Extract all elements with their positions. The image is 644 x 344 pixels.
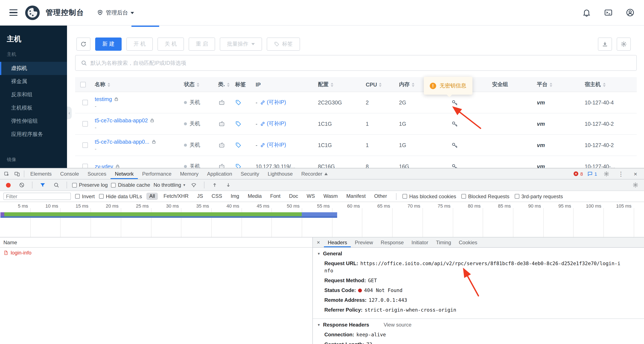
sidebar-item-1[interactable]: 虚拟机 xyxy=(0,62,67,75)
devtools-tab-memory[interactable]: Memory xyxy=(176,168,203,179)
column-header-3[interactable]: 类. xyxy=(214,77,231,92)
attach-ip-icon[interactable] xyxy=(260,142,266,148)
key-info-icon[interactable] xyxy=(451,141,459,149)
vm-name-link[interactable]: testimg xyxy=(95,96,112,102)
detail-tab-cookies[interactable]: Cookies xyxy=(455,237,481,247)
tag-icon[interactable] xyxy=(235,142,242,148)
devtools-tab-sources[interactable]: Sources xyxy=(83,168,110,179)
menu-icon[interactable] xyxy=(10,9,18,16)
3rd-party-requests-checkbox[interactable]: 3rd-party requests xyxy=(514,193,563,199)
record-button[interactable] xyxy=(6,183,11,187)
column-header-1[interactable]: 名称 xyxy=(90,77,180,92)
column-header-6[interactable]: 配置 xyxy=(314,77,362,92)
vm-name-link[interactable]: zy-vdev xyxy=(95,164,113,168)
detail-tab-timing[interactable]: Timing xyxy=(432,237,455,247)
devtools-tab-lighthouse[interactable]: Lighthouse xyxy=(263,168,297,179)
column-settings-button[interactable] xyxy=(617,37,631,51)
sort-icon[interactable] xyxy=(379,82,382,87)
sort-icon[interactable] xyxy=(331,82,333,87)
refresh-button[interactable] xyxy=(76,37,90,51)
filter-pill-other[interactable]: Other xyxy=(371,193,390,200)
search-input[interactable] xyxy=(90,60,631,66)
notifications-button[interactable] xyxy=(582,8,591,17)
invert-checkbox[interactable]: Invert xyxy=(75,193,95,199)
blocked-requests-checkbox[interactable]: Blocked Requests xyxy=(461,193,509,199)
key-info-icon[interactable] xyxy=(451,99,459,106)
select-all-checkbox[interactable] xyxy=(80,82,86,87)
sidebar-item-4[interactable]: 主机模板 xyxy=(0,101,67,115)
row-checkbox[interactable] xyxy=(82,142,88,148)
tag-icon[interactable] xyxy=(235,99,242,106)
sort-icon[interactable] xyxy=(412,82,414,87)
filter-input[interactable] xyxy=(4,193,71,200)
console-messages-badge[interactable]: 1 xyxy=(587,171,597,176)
import-har-icon[interactable] xyxy=(210,180,220,190)
devtools-tab-network[interactable]: Network xyxy=(110,168,138,179)
sidebar-item-6[interactable]: 应用程序服务 xyxy=(0,128,67,141)
network-conditions-icon[interactable] xyxy=(189,180,199,190)
device-toolbar-icon[interactable] xyxy=(12,169,22,179)
attach-ip-icon[interactable] xyxy=(260,100,266,105)
tag-icon[interactable] xyxy=(235,163,242,168)
sort-icon[interactable] xyxy=(227,82,230,87)
throttling-select[interactable]: No throttling ▾ xyxy=(154,182,185,188)
devtools-tab-recorder[interactable]: Recorder xyxy=(297,168,333,179)
column-header-7[interactable]: CPU xyxy=(362,77,395,92)
key-info-icon[interactable] xyxy=(451,163,459,168)
export-har-icon[interactable] xyxy=(223,180,234,190)
filter-pill-fetch-xhr[interactable]: Fetch/XHR xyxy=(160,193,192,200)
detail-tab-headers[interactable]: Headers xyxy=(324,237,351,247)
response-headers-section-header[interactable]: ▼ Response Headers View source xyxy=(313,319,644,330)
devtools-settings-icon[interactable] xyxy=(601,169,612,179)
search-network-icon[interactable] xyxy=(51,180,62,190)
sidebar-item-3[interactable]: 反亲和组 xyxy=(0,88,67,101)
sidebar-section-hosts[interactable]: 主机 xyxy=(0,45,67,62)
batch-actions-button[interactable]: 批量操作 xyxy=(220,37,262,51)
filter-pill-media[interactable]: Media xyxy=(245,193,264,200)
filter-pill-ws[interactable]: WS xyxy=(304,193,318,200)
sort-icon[interactable] xyxy=(108,82,110,87)
vm-name-link[interactable]: t5-ce7c-alibaba-app02 xyxy=(95,117,148,123)
filter-icon[interactable] xyxy=(38,180,48,190)
detail-tab-response[interactable]: Response xyxy=(377,237,408,247)
filter-pill-wasm[interactable]: Wasm xyxy=(320,193,341,200)
vm-name-link[interactable]: t5-ce7c-alibaba-app0... xyxy=(95,139,149,145)
attach-ip-link[interactable]: (可补IP) xyxy=(267,120,286,128)
power-on-button[interactable]: 开 机 xyxy=(126,37,153,51)
preserve-log-checkbox[interactable]: Preserve log xyxy=(72,182,108,188)
has-blocked-cookies-checkbox[interactable]: Has blocked cookies xyxy=(402,193,456,199)
terminal-button[interactable] xyxy=(604,8,613,17)
filter-pill-css[interactable]: CSS xyxy=(209,193,225,200)
request-row[interactable]: login-info xyxy=(0,248,312,257)
power-off-button[interactable]: 关 机 xyxy=(158,37,184,51)
tag-icon[interactable] xyxy=(235,121,242,127)
row-checkbox[interactable] xyxy=(82,121,88,127)
export-button[interactable] xyxy=(598,37,612,51)
devtools-tab-performance[interactable]: Performance xyxy=(138,168,176,179)
column-header-4[interactable]: 标签 xyxy=(231,77,251,92)
filter-pill-font[interactable]: Font xyxy=(267,193,284,200)
account-button[interactable] xyxy=(626,8,634,17)
row-checkbox[interactable] xyxy=(82,100,88,105)
filter-pill-all[interactable]: All xyxy=(146,193,158,200)
attach-ip-icon[interactable] xyxy=(260,121,266,127)
filter-pill-manifest[interactable]: Manifest xyxy=(343,193,369,200)
detail-tab-preview[interactable]: Preview xyxy=(351,237,377,247)
attach-ip-link[interactable]: (可补IP) xyxy=(267,99,286,106)
detail-tab-initiator[interactable]: Initiator xyxy=(408,237,432,247)
column-header-10[interactable]: 安全组 xyxy=(488,77,532,92)
workspace-switcher[interactable]: 管理后台 xyxy=(97,9,134,16)
network-overview[interactable]: 5 ms10 ms15 ms20 ms25 ms30 ms35 ms40 ms4… xyxy=(0,202,644,237)
sidebar-section-images[interactable]: 镜像 xyxy=(0,151,67,167)
attach-ip-link[interactable]: (可补IP) xyxy=(267,142,286,149)
hide-data-urls-checkbox[interactable]: Hide data URLs xyxy=(99,193,142,199)
console-errors-badge[interactable]: 8 xyxy=(573,171,583,176)
column-header-5[interactable]: IP xyxy=(251,77,314,92)
general-section-header[interactable]: ▼ General xyxy=(313,248,644,259)
devtools-close-icon[interactable]: × xyxy=(630,169,640,179)
view-source-button[interactable]: View source xyxy=(384,322,412,328)
devtools-tab-application[interactable]: Application xyxy=(203,168,236,179)
devtools-tab-console[interactable]: Console xyxy=(56,168,83,179)
row-checkbox[interactable] xyxy=(82,164,88,168)
devtools-tab-security[interactable]: Security xyxy=(236,168,264,179)
